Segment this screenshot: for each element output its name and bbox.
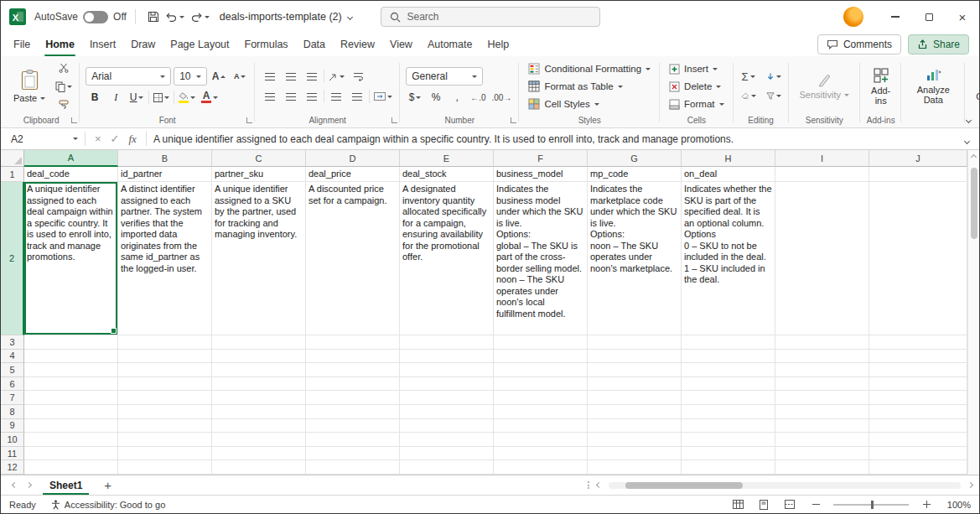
- redo-button[interactable]: [188, 6, 213, 28]
- format-as-table-button[interactable]: Format as Table: [525, 79, 625, 95]
- column-header-E[interactable]: E: [400, 150, 494, 167]
- align-bottom-button[interactable]: [303, 68, 321, 85]
- decrease-indent-button[interactable]: [327, 88, 345, 105]
- column-header-A[interactable]: A: [24, 150, 118, 167]
- cell-A6[interactable]: [24, 377, 118, 392]
- increase-indent-button[interactable]: [348, 88, 366, 105]
- row-header-9[interactable]: 9: [1, 419, 24, 434]
- number-dialog-launcher[interactable]: [511, 117, 516, 123]
- analyze-data-button[interactable]: Analyze Data: [907, 66, 959, 106]
- paste-button[interactable]: Paste: [8, 68, 50, 105]
- autosave-toggle[interactable]: [83, 11, 108, 23]
- cell-B8[interactable]: [118, 405, 212, 419]
- cell-F10[interactable]: [494, 433, 588, 447]
- column-header-G[interactable]: G: [588, 150, 682, 167]
- column-header-H[interactable]: H: [682, 150, 775, 167]
- cell-I6[interactable]: [775, 377, 869, 392]
- cell-F11[interactable]: [494, 447, 588, 461]
- enter-icon[interactable]: ✓: [111, 132, 120, 145]
- vertical-scrollbar[interactable]: [967, 150, 979, 475]
- currency-format-button[interactable]: $: [406, 89, 424, 106]
- cell-C2[interactable]: A unique identifier assigned to a SKU by…: [212, 182, 306, 335]
- row-header-5[interactable]: 5: [1, 363, 24, 377]
- align-middle-button[interactable]: [282, 68, 300, 85]
- format-painter-button[interactable]: [54, 96, 74, 113]
- cell-H10[interactable]: [682, 433, 775, 447]
- cell-G2[interactable]: Indicates the marketplace code under whi…: [588, 182, 682, 335]
- cell-C10[interactable]: [212, 433, 306, 447]
- wrap-text-button[interactable]: [349, 68, 367, 85]
- cell-I10[interactable]: [775, 433, 869, 447]
- cell-G1[interactable]: mp_code: [588, 167, 682, 182]
- autosave-control[interactable]: AutoSave Off: [34, 11, 127, 23]
- cell-I8[interactable]: [775, 405, 869, 419]
- row-header-6[interactable]: 6: [1, 377, 24, 392]
- borders-button[interactable]: [152, 89, 171, 106]
- decrease-decimal-button[interactable]: .00→: [490, 89, 513, 106]
- cut-button[interactable]: [54, 60, 74, 76]
- cell-B5[interactable]: [118, 363, 212, 377]
- merge-center-button[interactable]: [372, 88, 394, 105]
- row-header-3[interactable]: 3: [1, 335, 24, 350]
- cell-C8[interactable]: [212, 405, 306, 419]
- cell-I5[interactable]: [775, 363, 869, 377]
- cell-I7[interactable]: [775, 391, 869, 405]
- cell-D10[interactable]: [306, 433, 400, 447]
- cell-J1[interactable]: [869, 167, 967, 182]
- cell-C1[interactable]: partner_sku: [212, 167, 306, 182]
- cell-D12[interactable]: [306, 460, 400, 475]
- tab-automate[interactable]: Automate: [420, 33, 480, 56]
- document-title[interactable]: deals-imports-template (2): [220, 11, 352, 23]
- sensitivity-button[interactable]: Sensitivity: [795, 71, 855, 101]
- cell-F6[interactable]: [494, 377, 588, 392]
- cell-J6[interactable]: [869, 377, 967, 392]
- autosum-button[interactable]: Σ: [739, 69, 758, 86]
- cell-A8[interactable]: [24, 405, 118, 419]
- cell-A12[interactable]: [24, 460, 118, 475]
- cell-J3[interactable]: [869, 335, 967, 350]
- cell-C7[interactable]: [212, 391, 306, 405]
- delete-cells-button[interactable]: Delete: [666, 79, 724, 95]
- number-format-select[interactable]: General: [406, 67, 483, 86]
- align-top-button[interactable]: [261, 68, 279, 85]
- horizontal-scrollbar[interactable]: [609, 482, 961, 489]
- cell-F8[interactable]: [494, 405, 588, 419]
- normal-view-button[interactable]: [729, 497, 746, 512]
- cell-A5[interactable]: [24, 363, 118, 377]
- cell-G10[interactable]: [588, 433, 682, 447]
- row-header-10[interactable]: 10: [1, 433, 24, 447]
- row-header-4[interactable]: 4: [1, 350, 24, 364]
- cell-E1[interactable]: deal_stock: [400, 167, 494, 182]
- cell-D2[interactable]: A discounted price set for a campaign.: [306, 182, 400, 335]
- decrease-font-size-button[interactable]: A: [231, 68, 249, 85]
- cell-D11[interactable]: [306, 447, 400, 461]
- font-dialog-launcher[interactable]: [246, 117, 252, 123]
- cell-C6[interactable]: [212, 377, 306, 392]
- row-header-1[interactable]: 1: [1, 167, 24, 182]
- cell-J5[interactable]: [869, 363, 967, 377]
- cell-H1[interactable]: on_deal: [682, 167, 775, 182]
- cell-B11[interactable]: [118, 447, 212, 461]
- cancel-icon[interactable]: ×: [95, 132, 101, 145]
- cell-A2[interactable]: A unique identifier assigned to each dea…: [24, 182, 118, 335]
- sort-filter-button[interactable]: [765, 88, 783, 105]
- cell-B12[interactable]: [118, 460, 212, 475]
- conditional-formatting-button[interactable]: Conditional Formatting: [525, 61, 654, 77]
- zoom-in-button[interactable]: [918, 497, 935, 512]
- cell-J8[interactable]: [869, 405, 967, 419]
- cell-H9[interactable]: [682, 419, 775, 434]
- cell-C9[interactable]: [212, 419, 306, 434]
- cell-D5[interactable]: [306, 363, 400, 377]
- italic-button[interactable]: I: [106, 89, 125, 106]
- cell-F3[interactable]: [494, 335, 588, 350]
- cell-G8[interactable]: [588, 405, 682, 419]
- cell-H12[interactable]: [682, 460, 775, 475]
- cell-I3[interactable]: [775, 335, 869, 350]
- row-header-2[interactable]: 2: [1, 182, 24, 335]
- bold-button[interactable]: B: [86, 89, 104, 106]
- cell-I11[interactable]: [775, 447, 869, 461]
- cell-H8[interactable]: [682, 405, 775, 419]
- zoom-out-button[interactable]: [807, 497, 824, 512]
- cell-E4[interactable]: [400, 350, 494, 364]
- cell-G7[interactable]: [588, 391, 682, 405]
